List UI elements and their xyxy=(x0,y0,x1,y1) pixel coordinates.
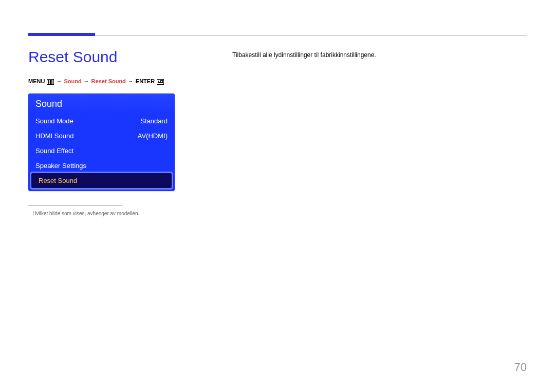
menu-icon xyxy=(47,79,54,85)
page-number: 70 xyxy=(514,361,527,374)
osd-row-label: Speaker Settings xyxy=(35,162,86,170)
osd-row-label: Reset Sound xyxy=(39,177,77,184)
osd-row-label: HDMI Sound xyxy=(35,132,73,140)
osd-row-hdmi-sound[interactable]: HDMI Sound AV(HDMI) xyxy=(28,128,175,143)
osd-panel: Sound Sound Mode Standard HDMI Sound AV(… xyxy=(28,94,175,191)
footnote: – Hvilket bilde som vises, avhenger av m… xyxy=(28,211,139,216)
breadcrumb-reset-sound: Reset Sound xyxy=(91,78,126,84)
breadcrumb-sound: Sound xyxy=(64,78,81,84)
osd-row-value: Standard xyxy=(140,117,168,125)
divider-short xyxy=(28,205,122,206)
osd-row-speaker-settings[interactable]: Speaker Settings xyxy=(28,158,175,173)
arrow-icon: → xyxy=(56,78,62,84)
breadcrumb: MENU → Sound → Reset Sound → ENTER xyxy=(28,78,164,84)
page-title: Reset Sound xyxy=(28,48,117,66)
osd-row-sound-mode[interactable]: Sound Mode Standard xyxy=(28,114,175,128)
divider-accent xyxy=(28,33,95,36)
breadcrumb-menu: MENU xyxy=(28,78,45,84)
divider-top xyxy=(28,35,527,35)
osd-row-value: AV(HDMI) xyxy=(138,132,168,140)
arrow-icon: → xyxy=(84,78,89,84)
osd-title: Sound xyxy=(28,94,175,114)
description-text: Tilbakestill alle lydinnstillinger til f… xyxy=(232,51,376,59)
osd-row-label: Sound Mode xyxy=(35,117,73,125)
osd-row-label: Sound Effect xyxy=(35,147,73,155)
osd-row-sound-effect[interactable]: Sound Effect xyxy=(28,143,175,158)
osd-row-reset-sound[interactable]: Reset Sound xyxy=(31,173,172,188)
breadcrumb-enter: ENTER xyxy=(136,78,155,84)
enter-icon xyxy=(157,79,164,85)
arrow-icon: → xyxy=(128,78,134,84)
